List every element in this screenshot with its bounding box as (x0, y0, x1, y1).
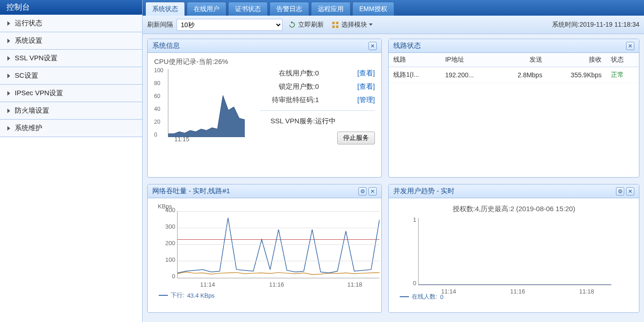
sidebar: 控制台 运行状态 系统设置 SSL VPN设置 SC设置 IPSec VPN设置… (0, 0, 143, 322)
cpu-chart-title: CPU使用记录-当前:26% (154, 58, 251, 66)
pending-code-manage-link[interactable]: [管理] (357, 96, 375, 104)
tab-bar: 系统状态 在线用户 证书状态 告警日志 远程应用 EMM授权 (143, 0, 644, 16)
cell-ip: 192.200... (441, 67, 497, 83)
close-icon[interactable]: ✕ (368, 42, 377, 50)
sidebar-item-label: SC设置 (15, 71, 38, 80)
pending-code-value: 1 (315, 96, 329, 104)
cpu-area-fill (168, 70, 245, 137)
svg-rect-1 (336, 22, 339, 24)
svg-rect-0 (332, 22, 334, 24)
sidebar-item-label: 系统设置 (15, 36, 42, 45)
panel-concurrent-users: 并发用户趋势 - 实时 ⚙ ✕ 授权数:4,历史最高:2 (2019-08-06… (388, 184, 639, 313)
chevron-right-icon (7, 74, 10, 78)
chevron-right-icon (7, 109, 10, 113)
panel-title: 并发用户趋势 - 实时 (393, 187, 614, 196)
cpu-chart: CPU使用记录-当前:26% 100 80 60 40 20 0 (154, 58, 251, 172)
close-icon[interactable]: ✕ (626, 42, 634, 50)
ssl-service-label: SSL VPN服务: (260, 117, 315, 126)
chevron-right-icon (7, 126, 10, 131)
cell-status: 正常 (606, 67, 639, 83)
cell-line: 线路1(I... (389, 67, 441, 83)
system-stats: 在线用户数: 0 [查看] 锁定用户数: 0 [查看] 待审批特征码: (260, 58, 375, 172)
chevron-right-icon (7, 56, 10, 61)
close-icon[interactable]: ✕ (626, 187, 634, 196)
cell-rx: 355.9Kbps (547, 67, 606, 83)
cell-tx: 2.8Mbps (497, 67, 547, 83)
sidebar-item-system-settings[interactable]: 系统设置 (0, 32, 142, 50)
panel-title: 系统信息 (152, 41, 367, 50)
locked-users-value: 0 (315, 82, 329, 91)
main-area: 系统状态 在线用户 证书状态 告警日志 远程应用 EMM授权 刷新间隔 10秒 … (143, 0, 644, 322)
gear-icon[interactable]: ⚙ (358, 187, 367, 196)
throughput-chart: KBps 400 300 200 100 0 (154, 203, 375, 299)
tab-alarm-log[interactable]: 告警日志 (270, 2, 309, 16)
refresh-icon (288, 21, 296, 29)
chevron-right-icon (7, 39, 10, 43)
close-icon[interactable]: ✕ (368, 187, 377, 196)
tab-system-status[interactable]: 系统状态 (145, 2, 185, 16)
refresh-interval-select[interactable]: 10秒 (177, 19, 282, 31)
locked-users-view-link[interactable]: [查看] (357, 82, 375, 91)
refresh-now-button[interactable]: 立即刷新 (286, 20, 326, 30)
select-module-button[interactable]: 选择模块 (329, 20, 374, 30)
chevron-right-icon (7, 21, 10, 26)
panel-title: 线路状态 (393, 41, 624, 50)
sidebar-item-label: SSL VPN设置 (15, 54, 58, 63)
col-ip: IP地址 (441, 53, 497, 67)
svg-rect-2 (332, 25, 334, 28)
system-time: 系统时间:2019-11-19 11:18:34 (552, 21, 639, 29)
sidebar-item-maintenance[interactable]: 系统维护 (0, 120, 142, 137)
sidebar-item-ssl-vpn[interactable]: SSL VPN设置 (0, 50, 142, 67)
svg-rect-3 (336, 25, 339, 28)
online-users-value: 0 (315, 69, 329, 78)
panel-line-status: 线路状态 ✕ 线路 IP地址 发送 接收 状态 (388, 39, 639, 178)
tab-remote-app[interactable]: 远程应用 (311, 2, 351, 16)
col-status: 状态 (606, 53, 639, 67)
toolbar: 刷新间隔 10秒 立即刷新 选择模块 系统时间:2019-11-19 11:18… (143, 16, 644, 34)
sidebar-item-firewall[interactable]: 防火墙设置 (0, 102, 142, 120)
chevron-right-icon (7, 91, 10, 96)
tab-online-users[interactable]: 在线用户 (187, 2, 226, 16)
sidebar-item-sc[interactable]: SC设置 (0, 67, 142, 85)
sidebar-item-label: 运行状态 (15, 19, 42, 28)
online-users-view-link[interactable]: [查看] (357, 69, 375, 78)
throughput-legend: 下行:43.4 KBps (159, 291, 215, 299)
sidebar-title: 控制台 (0, 0, 142, 15)
users-chart: 1 0 11:14 11:16 11:18 (395, 213, 632, 301)
users-headline: 授权数:4,历史最高:2 (2019-08-06 15:20) (395, 205, 632, 213)
line-status-table: 线路 IP地址 发送 接收 状态 线路1(I... 192.200... (389, 53, 639, 83)
table-row[interactable]: 线路1(I... 192.200... 2.8Mbps 355.9Kbps 正常 (389, 67, 639, 83)
stop-service-button[interactable]: 停止服务 (337, 132, 375, 144)
select-module-label: 选择模块 (341, 21, 367, 29)
online-users-label: 在线用户数: (260, 69, 315, 78)
users-svg (419, 218, 611, 285)
refresh-interval-label: 刷新间隔 (147, 21, 173, 29)
tab-emm-auth[interactable]: EMM授权 (352, 2, 394, 16)
locked-users-label: 锁定用户数: (260, 82, 315, 91)
pending-code-label: 待审批特征码: (260, 96, 315, 104)
col-rx: 接收 (547, 53, 606, 67)
col-tx: 发送 (497, 53, 547, 67)
panel-throughput: 网络吞吐量 - 实时,线路#1 ⚙ ✕ KBps 400 300 200 100 (147, 184, 382, 313)
chevron-down-icon (369, 23, 373, 26)
users-legend: 在线人数:0 (400, 293, 443, 301)
panel-title: 网络吞吐量 - 实时,线路#1 (152, 187, 356, 196)
tab-cert-status[interactable]: 证书状态 (228, 2, 268, 16)
gear-icon[interactable]: ⚙ (616, 187, 624, 196)
sidebar-item-label: 系统维护 (15, 124, 42, 132)
sidebar-item-run-status[interactable]: 运行状态 (0, 15, 142, 32)
refresh-now-label: 立即刷新 (298, 21, 324, 29)
panel-system-info: 系统信息 ✕ CPU使用记录-当前:26% 100 80 60 40 20 (147, 39, 382, 178)
cpu-x-tick: 11:15 (174, 136, 190, 143)
ssl-service-status: 运行中 (315, 117, 336, 126)
sidebar-item-label: 防火墙设置 (15, 106, 49, 115)
sidebar-item-label: IPSec VPN设置 (15, 89, 63, 98)
module-icon (331, 21, 339, 29)
sidebar-item-ipsec-vpn[interactable]: IPSec VPN设置 (0, 85, 142, 102)
col-line: 线路 (389, 53, 441, 67)
